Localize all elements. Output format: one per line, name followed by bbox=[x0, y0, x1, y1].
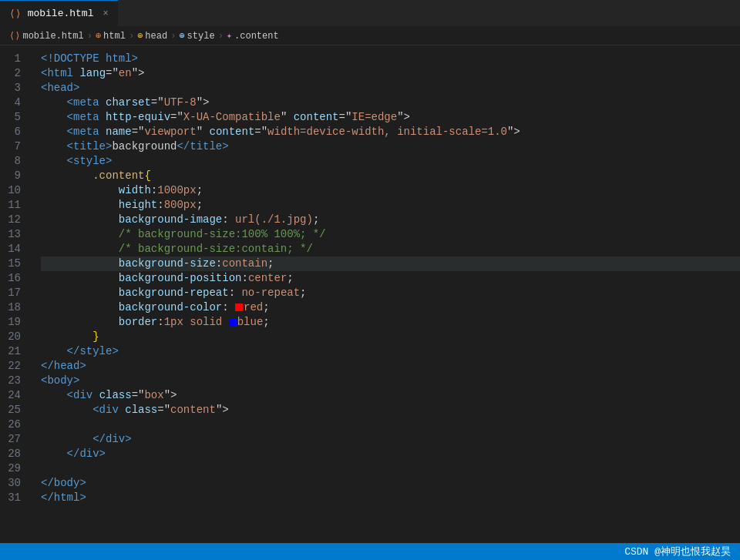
code-line: <!DOCTYPE html> bbox=[41, 52, 740, 66]
watermark-text: CSDN @神明也恨我赵昊 bbox=[624, 545, 731, 558]
breadcrumb-file[interactable]: ⟨⟩ mobile.html bbox=[9, 30, 84, 42]
code-line: <meta name="viewport" content="width=dev… bbox=[41, 125, 740, 139]
tab-bar: ⟨⟩ mobile.html × bbox=[0, 0, 740, 27]
code-line: } bbox=[41, 330, 740, 344]
color-swatch-red bbox=[235, 303, 243, 311]
code-line: <div class="content"> bbox=[41, 403, 740, 417]
tab-close-button[interactable]: × bbox=[103, 8, 108, 19]
breadcrumb-style[interactable]: ⊕ style bbox=[179, 30, 214, 42]
code-line: background-repeat: no-repeat; bbox=[41, 286, 740, 300]
color-swatch-blue bbox=[229, 318, 237, 326]
code-line: .content{ bbox=[41, 169, 740, 183]
code-line: <div class="box"> bbox=[41, 388, 740, 403]
file-icon: ⟨⟩ bbox=[9, 8, 22, 20]
content-icon: ✦ bbox=[227, 30, 232, 42]
code-line: <body> bbox=[41, 374, 740, 388]
code-line: <html lang="en"> bbox=[41, 66, 740, 81]
code-line: background-color: red; bbox=[41, 300, 740, 315]
tab-filename: mobile.html bbox=[28, 8, 94, 19]
code-line: <head> bbox=[41, 81, 740, 96]
code-line: </style> bbox=[41, 344, 740, 359]
code-editor[interactable]: 1 2 3 4 5 6 7 8 9 10 11 12 13 14 15 16 1… bbox=[0, 45, 740, 543]
code-line: height:800px; bbox=[41, 198, 740, 213]
code-line: width:1000px; bbox=[41, 183, 740, 198]
code-line: <meta http-equiv="X-UA-Compatible" conte… bbox=[41, 110, 740, 125]
code-line: /* background-size:contain; */ bbox=[41, 242, 740, 257]
code-line-active: background-size:contain; bbox=[41, 257, 740, 271]
line-numbers: 1 2 3 4 5 6 7 8 9 10 11 12 13 14 15 16 1… bbox=[0, 45, 35, 543]
code-line: /* background-size:100% 100%; */ bbox=[41, 227, 740, 242]
active-tab[interactable]: ⟨⟩ mobile.html × bbox=[0, 0, 118, 27]
code-line: </div> bbox=[41, 432, 740, 447]
code-line: border:1px solid blue; bbox=[41, 315, 740, 330]
html-icon: ⊕ bbox=[96, 30, 101, 42]
breadcrumb-content[interactable]: ✦ .content bbox=[227, 30, 279, 42]
style-icon: ⊕ bbox=[179, 30, 184, 42]
code-content[interactable]: <!DOCTYPE html> <html lang="en"> <head> … bbox=[35, 45, 740, 543]
breadcrumb: ⟨⟩ mobile.html › ⊕ html › ⊕ head › ⊕ sty… bbox=[0, 27, 740, 45]
code-line: </head> bbox=[41, 359, 740, 374]
code-line: <title>background</title> bbox=[41, 139, 740, 154]
code-line: </html> bbox=[41, 491, 740, 505]
code-line: </body> bbox=[41, 476, 740, 491]
code-line: background-position:center; bbox=[41, 271, 740, 286]
code-line bbox=[41, 417, 740, 432]
status-bar: CSDN @神明也恨我赵昊 bbox=[0, 543, 740, 560]
file-icon: ⟨⟩ bbox=[9, 30, 20, 42]
breadcrumb-head[interactable]: ⊕ head bbox=[137, 30, 167, 42]
code-line: background-image: url(./1.jpg); bbox=[41, 213, 740, 227]
code-line: </div> bbox=[41, 447, 740, 461]
code-line: <style> bbox=[41, 154, 740, 169]
breadcrumb-html[interactable]: ⊕ html bbox=[96, 30, 126, 42]
code-line: <meta charset="UTF-8"> bbox=[41, 96, 740, 110]
head-icon: ⊕ bbox=[137, 30, 143, 42]
code-line bbox=[41, 461, 740, 476]
